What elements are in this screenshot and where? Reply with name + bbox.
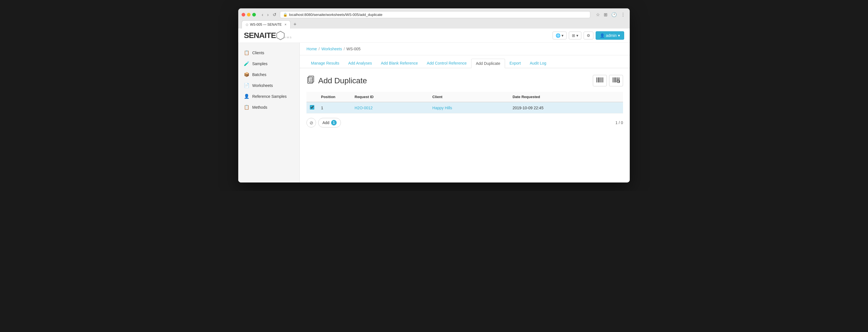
sidebar-worksheets-label: Worksheets: [252, 83, 273, 88]
action-bar: ⊘ Add 1 1 / 0: [307, 118, 623, 127]
browser-window: ‹ › ↺ 🔒 localhost:8080/senaite/worksheet…: [238, 8, 630, 182]
tab-add-analyses[interactable]: Add Analyses: [344, 59, 376, 68]
logo-area: SENAITE LIMS: [244, 31, 292, 40]
table-header: Position Request ID Client Date Requeste…: [307, 92, 623, 102]
table-header-row: Position Request ID Client Date Requeste…: [307, 92, 623, 102]
tab-add-control-reference[interactable]: Add Control Reference: [422, 59, 471, 68]
svg-rect-7: [597, 77, 598, 82]
client-link[interactable]: Happy Hills: [432, 106, 452, 110]
worksheets-icon: 📄: [244, 83, 249, 88]
refresh-button[interactable]: ↺: [271, 11, 278, 18]
pagination-info: 1 / 0: [616, 121, 623, 125]
globe-dropdown-icon: ▾: [561, 33, 563, 38]
add-button[interactable]: Add 1: [318, 118, 341, 127]
sidebar-item-samples[interactable]: 🧪 Samples: [238, 58, 300, 69]
breadcrumb-sep-1: /: [318, 47, 320, 51]
address-bar[interactable]: 🔒 localhost:8080/senaite/worksheets/WS-0…: [280, 11, 590, 18]
add-count-badge: 1: [331, 120, 337, 126]
col-header-request-id: Request ID: [351, 92, 429, 102]
traffic-lights: [242, 13, 256, 16]
breadcrumb-home[interactable]: Home: [307, 47, 317, 51]
tab-add-blank-reference[interactable]: Add Blank Reference: [376, 59, 422, 68]
scan-icon: [612, 77, 620, 83]
grid-button[interactable]: ⊞ ▾: [569, 32, 581, 39]
breadcrumb-current: WS-005: [346, 47, 361, 51]
top-nav: SENAITE LIMS 🌐 ▾ ⊞ ▾ ⚙ 👤 admin ▾: [238, 29, 630, 43]
forward-button[interactable]: ›: [266, 11, 270, 18]
nav-buttons: ‹ › ↺: [260, 11, 278, 18]
scan-barcode-button[interactable]: [609, 75, 623, 86]
main-content: Home / Worksheets / WS-005 Manage Result…: [300, 43, 630, 182]
sidebar-item-batches[interactable]: 📦 Batches: [238, 69, 300, 80]
barcode-icon: [596, 77, 604, 83]
tab-close-button[interactable]: ×: [284, 23, 286, 27]
svg-rect-10: [601, 77, 601, 82]
barcode-button[interactable]: [593, 75, 607, 86]
request-id-link[interactable]: H2O-0012: [354, 106, 373, 110]
admin-button[interactable]: 👤 admin ▾: [596, 31, 624, 40]
sidebar: 📋 Clients 🧪 Samples 📦 Batches 📄 Workshee…: [238, 43, 300, 182]
svg-rect-16: [616, 77, 616, 82]
svg-rect-11: [602, 77, 602, 82]
browser-actions: ☆ ⊞ 🕐 ⋮: [595, 11, 626, 18]
row-client: Happy Hills: [429, 102, 509, 113]
sidebar-item-methods[interactable]: 📋 Methods: [238, 102, 300, 112]
breadcrumb-worksheets[interactable]: Worksheets: [321, 47, 342, 51]
col-header-date-requested: Date Requested: [509, 92, 623, 102]
browser-tab[interactable]: ⬡ WS-005 — SENAITE ×: [242, 21, 290, 29]
new-tab-button[interactable]: +: [291, 21, 299, 29]
sidebar-item-worksheets[interactable]: 📄 Worksheets: [238, 80, 300, 91]
tab-title: WS-005 — SENAITE: [250, 23, 282, 27]
maximize-window-button[interactable]: [252, 13, 256, 16]
page-body: Add Duplicate: [300, 68, 630, 134]
row-date-requested: 2019-10-09 22:45: [509, 102, 623, 113]
tab-export[interactable]: Export: [505, 59, 525, 68]
breadcrumb: Home / Worksheets / WS-005: [300, 43, 630, 55]
more-button[interactable]: ⋮: [620, 11, 626, 18]
page-title: Add Duplicate: [307, 75, 367, 86]
tab-favicon: ⬡: [246, 23, 248, 26]
minimize-window-button[interactable]: [247, 13, 251, 16]
close-window-button[interactable]: [242, 13, 245, 16]
settings-button[interactable]: ⚙: [584, 32, 593, 39]
cancel-button[interactable]: ⊘: [307, 118, 316, 127]
barcode-actions: [593, 75, 623, 86]
methods-icon: 📋: [244, 104, 249, 110]
page-title-text: Add Duplicate: [318, 76, 367, 85]
globe-icon: 🌐: [556, 33, 560, 38]
clients-icon: 📋: [244, 50, 249, 55]
col-header-position: Position: [318, 92, 351, 102]
profile-button[interactable]: 🕐: [610, 11, 618, 18]
tab-bar: ⬡ WS-005 — SENAITE × +: [242, 21, 626, 29]
sidebar-clients-label: Clients: [252, 51, 264, 55]
tab-audit-log[interactable]: Audit Log: [525, 59, 551, 68]
back-button[interactable]: ‹: [260, 11, 265, 18]
table-row: 1 H2O-0012 Happy Hills 2019-10-09 22:45: [307, 102, 623, 113]
row-request-id: H2O-0012: [351, 102, 429, 113]
col-header-checkbox: [307, 92, 318, 102]
tab-manage-results[interactable]: Manage Results: [307, 59, 344, 68]
svg-rect-15: [615, 77, 616, 82]
data-table: Position Request ID Client Date Requeste…: [307, 92, 623, 113]
logo-text: SENAITE: [244, 31, 276, 40]
bookmark-button[interactable]: ☆: [595, 11, 601, 18]
security-icon: 🔒: [283, 12, 287, 17]
app-body: 📋 Clients 🧪 Samples 📦 Batches 📄 Workshee…: [238, 43, 630, 182]
gear-icon: ⚙: [587, 33, 590, 38]
browser-controls: ‹ › ↺ 🔒 localhost:8080/senaite/worksheet…: [242, 11, 626, 18]
row-checkbox[interactable]: [310, 105, 314, 109]
extension-button[interactable]: ⊞: [602, 11, 609, 18]
sidebar-item-clients[interactable]: 📋 Clients: [238, 47, 300, 58]
col-header-client: Client: [429, 92, 509, 102]
tabs-bar: Manage Results Add Analyses Add Blank Re…: [300, 55, 630, 68]
add-label: Add: [322, 121, 330, 125]
grid-dropdown-icon: ▾: [576, 33, 578, 38]
tab-add-duplicate[interactable]: Add Duplicate: [471, 59, 505, 68]
svg-line-21: [619, 82, 620, 83]
sidebar-batches-label: Batches: [252, 72, 267, 77]
batches-icon: 📦: [244, 72, 249, 77]
sidebar-reference-samples-label: Reference Samples: [252, 94, 287, 99]
language-button[interactable]: 🌐 ▾: [553, 32, 566, 39]
admin-label: admin: [606, 33, 617, 38]
sidebar-item-reference-samples[interactable]: 👤 Reference Samples: [238, 91, 300, 102]
